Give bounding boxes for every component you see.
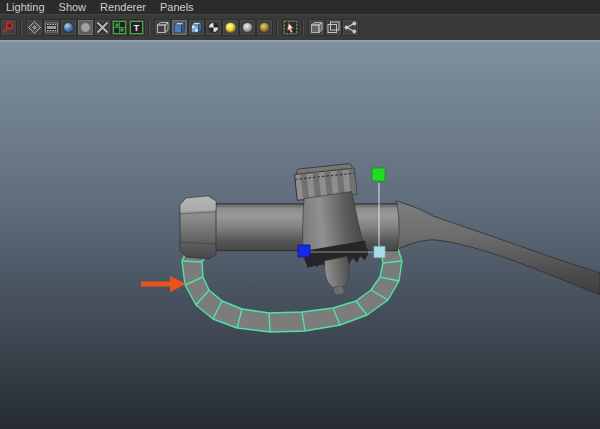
safe-action-icon[interactable] <box>112 20 127 35</box>
field-chart-icon[interactable] <box>95 20 110 35</box>
panel-menubar: Lighting Show Renderer Panels <box>0 0 600 14</box>
panel-toolbar: T <box>0 14 600 40</box>
toolbar-separator <box>302 20 305 36</box>
camera-attributes-icon[interactable] <box>27 20 42 35</box>
menu-renderer[interactable]: Renderer <box>93 0 153 14</box>
gate-mask-icon[interactable] <box>78 20 93 35</box>
lighting-flat-icon[interactable] <box>257 20 272 35</box>
safe-title-icon[interactable]: T <box>129 20 144 35</box>
textured-icon[interactable] <box>189 20 204 35</box>
resolution-gate-icon[interactable] <box>61 20 76 35</box>
wireframe-icon[interactable] <box>155 20 170 35</box>
menu-panels[interactable]: Panels <box>153 0 201 14</box>
lighting-selected-icon[interactable] <box>240 20 255 35</box>
select-tool-icon[interactable] <box>1 20 16 35</box>
wireframe-on-shaded-icon[interactable] <box>326 20 341 35</box>
isolate-select-icon[interactable] <box>283 20 298 35</box>
use-default-material-icon[interactable] <box>206 20 221 35</box>
viewport-canvas[interactable] <box>0 40 600 429</box>
manipulator-center-handle[interactable] <box>374 247 385 258</box>
lighting-all-icon[interactable] <box>223 20 238 35</box>
nozzle-spout-cap <box>180 196 216 259</box>
manipulator-z-handle[interactable] <box>298 245 310 257</box>
manipulator-y-handle[interactable] <box>372 168 385 181</box>
smooth-shade-all-icon[interactable] <box>172 20 187 35</box>
viewport-top-highlight <box>0 40 600 42</box>
toolbar-separator <box>148 20 151 36</box>
plugin-shapes-icon[interactable] <box>343 20 358 35</box>
toolbar-separator <box>20 20 23 36</box>
menu-lighting[interactable]: Lighting <box>0 0 52 14</box>
film-gate-icon[interactable] <box>44 20 59 35</box>
toolbar-separator <box>276 20 279 36</box>
svg-text:T: T <box>134 22 140 33</box>
x-ray-icon[interactable] <box>309 20 324 35</box>
menu-show[interactable]: Show <box>52 0 94 14</box>
